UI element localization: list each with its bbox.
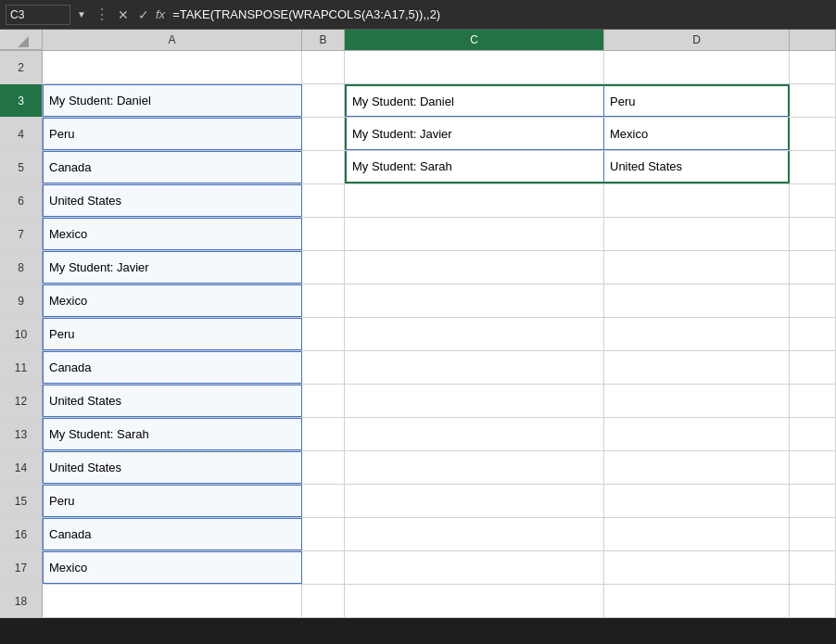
cell-d16[interactable] [604,518,790,550]
cell-rest-4[interactable] [790,118,836,150]
cell-d12[interactable] [604,385,790,417]
cell-a18[interactable] [43,585,302,617]
col-header-rest[interactable] [790,30,836,50]
cell-rest-16[interactable] [790,518,836,550]
cell-rest-18[interactable] [790,585,836,617]
cell-a8[interactable]: My Student: Javier [43,251,302,284]
cell-c4[interactable]: My Student: Javier [345,118,604,150]
cell-ref-dropdown[interactable]: ▼ [74,9,89,19]
cell-c2[interactable] [345,51,604,83]
row-num-5[interactable]: 5 [0,151,43,183]
cell-rest-7[interactable] [790,218,836,250]
cell-rest-14[interactable] [790,451,836,484]
cell-rest-11[interactable] [790,351,836,384]
cell-b18[interactable] [302,585,345,617]
cell-b4[interactable] [302,118,345,150]
cell-d15[interactable] [604,485,790,517]
row-num-10[interactable]: 10 [0,318,43,350]
cell-reference-box[interactable]: C3 [6,5,70,25]
cell-c18[interactable] [345,585,604,617]
row-num-9[interactable]: 9 [0,284,43,317]
cell-d6[interactable] [604,184,790,217]
cell-c14[interactable] [345,451,604,484]
cell-b5[interactable] [302,151,345,183]
cell-b2[interactable] [302,51,345,83]
cell-rest-10[interactable] [790,318,836,350]
cell-rest-9[interactable] [790,284,836,317]
row-num-12[interactable]: 12 [0,385,43,417]
col-header-d[interactable]: D [604,30,790,50]
cell-rest-3[interactable] [790,84,836,117]
cell-a17[interactable]: Mexico [43,551,302,584]
cell-c5[interactable]: My Student: Sarah [345,151,604,183]
cell-b11[interactable] [302,351,345,384]
cell-d13[interactable] [604,418,790,450]
row-num-7[interactable]: 7 [0,218,43,250]
cell-d2[interactable] [604,51,790,83]
cell-d5[interactable]: United States [604,151,790,183]
cell-d18[interactable] [604,585,790,617]
cell-c9[interactable] [345,284,604,317]
row-num-4[interactable]: 4 [0,118,43,150]
row-num-2[interactable]: 2 [0,51,43,83]
row-num-15[interactable]: 15 [0,485,43,517]
cell-a4[interactable]: Peru [43,118,302,150]
cell-a7[interactable]: Mexico [43,218,302,250]
cell-a3[interactable]: My Student: Daniel [43,84,302,117]
cell-c15[interactable] [345,485,604,517]
row-num-3[interactable]: 3 [0,84,43,117]
cell-rest-5[interactable] [790,151,836,183]
cell-d17[interactable] [604,551,790,584]
cell-d14[interactable] [604,451,790,484]
cell-b14[interactable] [302,451,345,484]
cell-rest-2[interactable] [790,51,836,83]
cell-d11[interactable] [604,351,790,384]
row-num-13[interactable]: 13 [0,418,43,450]
cell-c3[interactable]: My Student: Daniel [345,84,604,117]
cell-a12[interactable]: United States [43,385,302,417]
cell-d4[interactable]: Mexico [604,118,790,150]
cell-d10[interactable] [604,318,790,350]
cell-a16[interactable]: Canada [43,518,302,550]
formula-input[interactable] [172,7,830,21]
cell-a2[interactable] [43,51,302,83]
cell-b12[interactable] [302,385,345,417]
cell-b7[interactable] [302,218,345,250]
cell-d8[interactable] [604,251,790,284]
cancel-icon[interactable]: ✕ [115,6,132,24]
cell-rest-8[interactable] [790,251,836,284]
confirm-icon[interactable]: ✓ [135,6,152,24]
cell-a11[interactable]: Canada [43,351,302,384]
cell-d9[interactable] [604,284,790,317]
cell-a14[interactable]: United States [43,451,302,484]
row-num-8[interactable]: 8 [0,251,43,284]
row-num-16[interactable]: 16 [0,518,43,550]
cell-a15[interactable]: Peru [43,485,302,517]
row-num-14[interactable]: 14 [0,451,43,484]
cell-c13[interactable] [345,418,604,450]
cell-c7[interactable] [345,218,604,250]
cell-rest-12[interactable] [790,385,836,417]
cell-b15[interactable] [302,485,345,517]
cell-b9[interactable] [302,284,345,317]
cell-a10[interactable]: Peru [43,318,302,350]
row-num-11[interactable]: 11 [0,351,43,384]
col-header-c[interactable]: C [345,30,604,50]
cell-c11[interactable] [345,351,604,384]
cell-c17[interactable] [345,551,604,584]
cell-b10[interactable] [302,318,345,350]
cell-b13[interactable] [302,418,345,450]
cell-b6[interactable] [302,184,345,217]
cell-b3[interactable] [302,84,345,117]
cell-a6[interactable]: United States [43,184,302,217]
row-num-6[interactable]: 6 [0,184,43,217]
row-num-18[interactable]: 18 [0,585,43,617]
corner-cell[interactable] [0,30,43,50]
row-num-17[interactable]: 17 [0,551,43,584]
cell-rest-15[interactable] [790,485,836,517]
cell-c6[interactable] [345,184,604,217]
cell-rest-6[interactable] [790,184,836,217]
cell-b17[interactable] [302,551,345,584]
cell-rest-17[interactable] [790,551,836,584]
cell-c16[interactable] [345,518,604,550]
